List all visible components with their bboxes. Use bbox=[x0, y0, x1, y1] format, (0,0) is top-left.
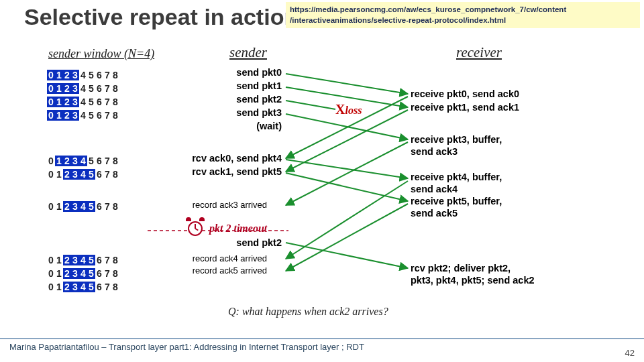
seq-digit: 5 bbox=[87, 201, 95, 212]
seq-digit: 8 bbox=[111, 201, 119, 212]
sender-event: (wait) bbox=[256, 121, 282, 131]
seq-digit: 4 bbox=[79, 70, 87, 80]
receiver-event: pkt3, pkt4, pkt5; send ack2 bbox=[411, 275, 535, 286]
seq-digit: 8 bbox=[111, 268, 119, 279]
seq-digit: 1 bbox=[55, 169, 63, 180]
receiver-event: receive pkt5, buffer, bbox=[411, 196, 502, 206]
sender-event: send pkt2 bbox=[236, 94, 282, 105]
seq-digit: 2 bbox=[63, 156, 71, 166]
seq-digit: 4 bbox=[79, 97, 87, 107]
seq-digit: 0 bbox=[47, 255, 55, 265]
sender-event: record ack5 arrived bbox=[193, 265, 267, 276]
sender-event: record ack3 arrived bbox=[193, 200, 267, 210]
receiver-event: rcv pkt2; deliver pkt2, bbox=[411, 263, 511, 274]
seq-digit: 5 bbox=[87, 268, 95, 279]
seq-digit: 6 bbox=[95, 255, 103, 265]
svg-line-0 bbox=[286, 74, 408, 94]
receiver-event: send ack4 bbox=[411, 184, 458, 194]
loss-marker: Xloss bbox=[335, 102, 362, 117]
seq-digit: 7 bbox=[103, 268, 111, 279]
receiver-event: receive pkt4, buffer, bbox=[411, 172, 502, 182]
seq-digit: 3 bbox=[71, 110, 79, 121]
seq-digit: 3 bbox=[71, 282, 79, 292]
seq-digit: 3 bbox=[71, 169, 79, 180]
footer-text: Marina Papatriantafilou – Transport laye… bbox=[0, 338, 644, 357]
seq-digit: 8 bbox=[111, 169, 119, 180]
page-number: 42 bbox=[625, 348, 635, 358]
seq-digit: 3 bbox=[71, 268, 79, 279]
sequence-row: 012345678 bbox=[47, 70, 119, 80]
seq-digit: 0 bbox=[47, 110, 55, 121]
svg-line-5 bbox=[286, 173, 408, 201]
seq-digit: 1 bbox=[55, 110, 63, 121]
heading-sender: sender bbox=[229, 44, 267, 61]
timeout-label: pkt 2 timeout bbox=[209, 223, 267, 235]
sender-event: send pkt3 bbox=[236, 107, 282, 118]
heading-sender-window: sender window (N=4) bbox=[48, 47, 154, 61]
seq-digit: 4 bbox=[79, 156, 87, 166]
seq-digit: 8 bbox=[111, 156, 119, 166]
seq-digit: 7 bbox=[103, 255, 111, 265]
svg-line-10 bbox=[286, 204, 408, 271]
seq-digit: 1 bbox=[55, 282, 63, 292]
heading-receiver: receiver bbox=[456, 44, 502, 61]
seq-digit: 5 bbox=[87, 255, 95, 265]
svg-line-9 bbox=[286, 181, 408, 259]
receiver-event: receive pkt0, send ack0 bbox=[411, 88, 519, 99]
seq-digit: 0 bbox=[47, 70, 55, 80]
receiver-event: receive pkt1, send ack1 bbox=[411, 102, 519, 113]
seq-digit: 3 bbox=[71, 83, 79, 94]
sender-event: rcv ack0, send pkt4 bbox=[192, 153, 282, 164]
slide-title: Selective repeat in action bbox=[24, 4, 298, 30]
seq-digit: 3 bbox=[71, 201, 79, 212]
svg-line-4 bbox=[286, 160, 408, 178]
url-line-2: /interactiveanimations/selective-repeat-… bbox=[290, 15, 636, 26]
svg-line-11 bbox=[286, 243, 408, 268]
sender-event: record ack4 arrived bbox=[193, 253, 267, 263]
seq-digit: 5 bbox=[87, 282, 95, 292]
seq-digit: 6 bbox=[95, 97, 103, 107]
seq-digit: 0 bbox=[47, 156, 55, 166]
question-text: Q: what happens when ack2 arrives? bbox=[228, 306, 388, 318]
sequence-row: 012345678 bbox=[47, 201, 119, 212]
seq-digit: 0 bbox=[47, 268, 55, 279]
seq-digit: 8 bbox=[111, 282, 119, 292]
seq-digit: 8 bbox=[111, 255, 119, 265]
seq-digit: 8 bbox=[111, 83, 119, 94]
seq-digit: 6 bbox=[95, 83, 103, 94]
url-box[interactable]: https://media.pearsoncmg.com/aw/ecs_kuro… bbox=[286, 2, 640, 28]
seq-digit: 7 bbox=[103, 201, 111, 212]
seq-digit: 2 bbox=[63, 83, 71, 94]
seq-digit: 0 bbox=[47, 83, 55, 94]
seq-digit: 7 bbox=[103, 169, 111, 180]
sequence-row: 012345678 bbox=[47, 83, 119, 94]
sequence-row: 012345678 bbox=[47, 156, 119, 166]
seq-digit: 2 bbox=[63, 97, 71, 107]
seq-digit: 2 bbox=[63, 282, 71, 292]
seq-digit: 2 bbox=[63, 169, 71, 180]
clock-icon bbox=[188, 221, 203, 236]
seq-digit: 2 bbox=[63, 70, 71, 80]
seq-digit: 1 bbox=[55, 156, 63, 166]
seq-digit: 3 bbox=[71, 70, 79, 80]
seq-digit: 5 bbox=[87, 97, 95, 107]
sender-event: send pkt0 bbox=[236, 67, 282, 78]
seq-digit: 7 bbox=[103, 110, 111, 121]
seq-digit: 4 bbox=[79, 255, 87, 265]
loss-text: loss bbox=[345, 105, 362, 116]
seq-digit: 7 bbox=[103, 282, 111, 292]
seq-digit: 1 bbox=[55, 70, 63, 80]
svg-line-7 bbox=[286, 110, 408, 172]
sequence-row: 012345678 bbox=[47, 255, 119, 265]
svg-line-8 bbox=[286, 142, 408, 205]
seq-digit: 5 bbox=[87, 83, 95, 94]
seq-digit: 4 bbox=[79, 83, 87, 94]
seq-digit: 1 bbox=[55, 83, 63, 94]
seq-digit: 0 bbox=[47, 169, 55, 180]
sequence-row: 012345678 bbox=[47, 97, 119, 107]
seq-digit: 4 bbox=[79, 110, 87, 121]
seq-digit: 6 bbox=[95, 268, 103, 279]
sequence-row: 012345678 bbox=[47, 268, 119, 279]
seq-digit: 6 bbox=[95, 156, 103, 166]
sequence-row: 012345678 bbox=[47, 169, 119, 180]
